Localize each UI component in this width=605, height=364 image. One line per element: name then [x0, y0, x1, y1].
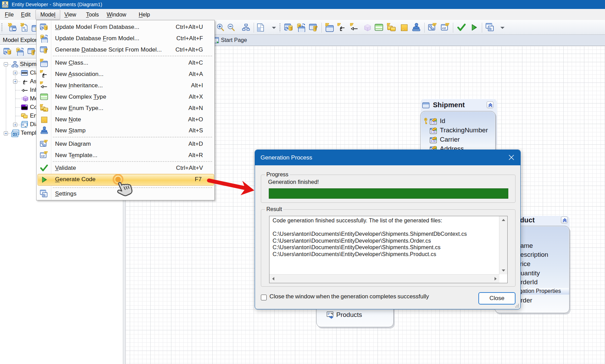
svg-text:<#: <#	[41, 155, 45, 158]
svg-text:<#: <#	[13, 133, 17, 136]
svg-text:<#: <#	[442, 26, 446, 30]
